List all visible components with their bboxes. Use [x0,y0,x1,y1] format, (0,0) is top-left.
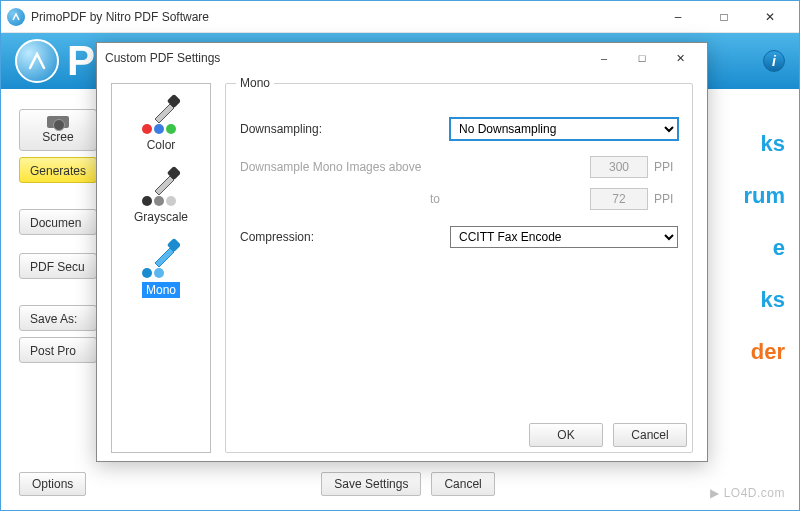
main-titlebar: PrimoPDF by Nitro PDF Software – □ ✕ [1,1,799,33]
document-button[interactable]: Documen [19,209,97,235]
rside-rum: rum [743,183,785,209]
generates-label: Generates [30,164,86,178]
sidebar-grayscale-label: Grayscale [134,210,188,224]
color-picker-icon [140,94,182,136]
main-bottom-buttons: Options Save Settings Cancel [19,472,495,496]
postproc-button[interactable]: Post Pro [19,337,97,363]
sidebar-item-mono[interactable]: Mono [116,234,206,304]
document-label: Documen [30,216,81,230]
dialog-maximize-button[interactable]: □ [623,45,661,71]
saveas-button[interactable]: Save As: [19,305,97,331]
brand-letter: P [67,37,96,85]
close-button[interactable]: ✕ [747,2,793,32]
settings-sidebar: Color Grayscale Mono [111,83,211,453]
right-side-text: ks rum e ks der [743,131,785,391]
downsampling-label: Downsampling: [240,122,450,136]
mono-groupbox: Mono Downsampling: No Downsampling Downs… [225,83,693,453]
postproc-label: Post Pro [30,344,76,358]
dialog-minimize-button[interactable]: – [585,45,623,71]
rside-der: der [743,339,785,365]
screen-button[interactable]: Scree [19,109,97,151]
grayscale-picker-icon [140,166,182,208]
ppi-label-2: PPI [654,192,678,206]
dialog-title: Custom PDF Settings [105,51,585,65]
sidebar-mono-label: Mono [142,282,180,298]
compression-label: Compression: [240,230,450,244]
screen-label: Scree [42,130,73,144]
rside-ks: ks [743,131,785,157]
save-settings-button[interactable]: Save Settings [321,472,421,496]
dialog-buttons: OK Cancel [529,423,687,447]
main-window-title: PrimoPDF by Nitro PDF Software [31,10,655,24]
maximize-button[interactable]: □ [701,2,747,32]
app-icon [7,8,25,26]
brand-icon [15,39,59,83]
dialog-close-button[interactable]: ✕ [661,45,699,71]
downsampling-select[interactable]: No Downsampling [450,118,678,140]
dialog-cancel-button[interactable]: Cancel [613,423,687,447]
saveas-label: Save As: [30,312,77,326]
groupbox-title: Mono [236,76,274,90]
downsample-above-input: 300 [590,156,648,178]
main-cancel-button[interactable]: Cancel [431,472,494,496]
pdfsecurity-label: PDF Secu [30,260,85,274]
custom-pdf-settings-dialog: Custom PDF Settings – □ ✕ Color Grayscal… [96,42,708,462]
rside-e: e [743,235,785,261]
compression-select[interactable]: CCITT Fax Encode [450,226,678,248]
generates-button[interactable]: Generates [19,157,97,183]
safe-icon [47,116,69,128]
background-buttons: Scree Generates Documen PDF Secu Save As… [19,109,97,363]
minimize-button[interactable]: – [655,2,701,32]
sidebar-color-label: Color [147,138,176,152]
watermark: ▶ LO4D.com [710,486,785,500]
pdfsecurity-button[interactable]: PDF Secu [19,253,97,279]
downsample-above-label: Downsample Mono Images above [240,160,450,174]
rside-ks2: ks [743,287,785,313]
downsample-to-input: 72 [590,188,648,210]
ppi-label-1: PPI [654,160,678,174]
options-button[interactable]: Options [19,472,86,496]
sidebar-item-grayscale[interactable]: Grayscale [116,162,206,230]
to-label: to [240,192,450,206]
ok-button[interactable]: OK [529,423,603,447]
mono-picker-icon [140,238,182,280]
info-icon[interactable]: i [763,50,785,72]
dialog-titlebar: Custom PDF Settings – □ ✕ [97,43,707,73]
sidebar-item-color[interactable]: Color [116,90,206,158]
